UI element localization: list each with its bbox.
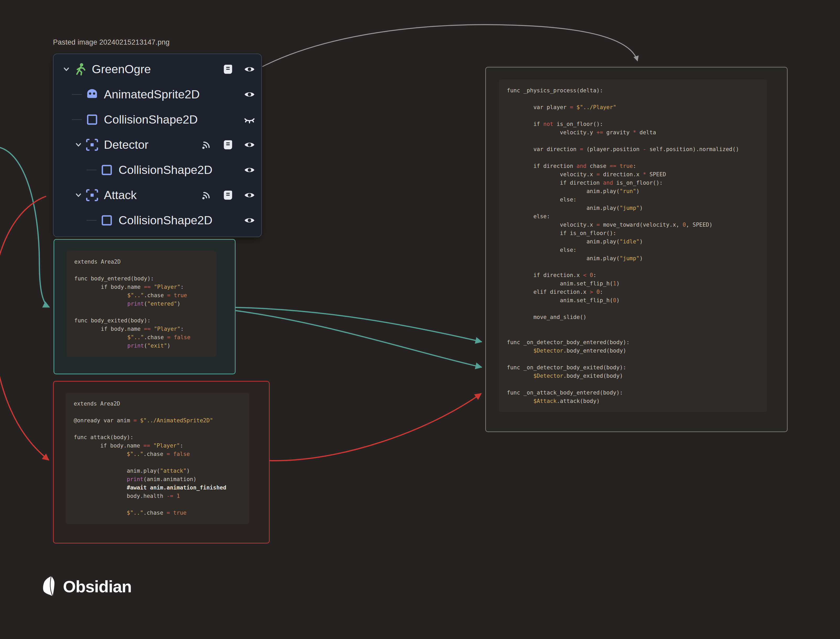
code-line: extends Area2D: [74, 258, 208, 266]
tree-guide-line: [72, 94, 85, 95]
visibility-eye-icon: [243, 214, 256, 226]
pasted-image-scene-tree[interactable]: GreenOgreAnimatedSprite2DCollisionShape2…: [53, 54, 262, 237]
physics-code-block: func _physics_process(delta): var player…: [499, 79, 767, 412]
node-label: CollisionShape2D: [119, 163, 213, 177]
code-line: anim.play("jump"): [507, 254, 759, 262]
code-line: [507, 321, 759, 330]
code-line: if direction.x < 0:: [507, 271, 759, 279]
edge-into-detector-card: [0, 147, 49, 307]
area-node-icon: [85, 188, 99, 202]
code-line: $"..".chase = false: [74, 333, 208, 342]
code-line: func _physics_process(delta):: [507, 86, 759, 95]
area-node-icon: [85, 138, 99, 152]
code-line: if is_on_floor():: [507, 229, 759, 237]
obsidian-wordmark: Obsidian: [63, 577, 132, 596]
code-line: if direction and is_on_floor():: [507, 179, 759, 187]
code-line: [74, 458, 241, 467]
scene-tree-rows: GreenOgreAnimatedSprite2DCollisionShape2…: [54, 57, 256, 233]
code-line: [74, 408, 241, 416]
code-line: anim.play("idle"): [507, 237, 759, 246]
scene-node-collisionshape2d: CollisionShape2D: [54, 107, 256, 132]
code-line: anim.play("attack"): [74, 467, 241, 475]
tree-guide-line: [87, 170, 100, 170]
code-line: [507, 95, 759, 103]
code-line: var player = $"../Player": [507, 103, 759, 111]
visibility-eye-icon: [243, 164, 256, 176]
code-line: velocity.x = move_toward(velocity.x, 0, …: [507, 221, 759, 229]
code-line: [74, 500, 241, 509]
code-line: print("exit"): [74, 342, 208, 350]
code-line: $Attack.attack(body): [507, 397, 759, 405]
shape-node-icon: [100, 163, 114, 177]
code-line: [507, 111, 759, 120]
code-line: var direction = (player.position - self.…: [507, 145, 759, 153]
script-icon: [222, 139, 234, 151]
edge-into-attack-card: [0, 196, 49, 460]
script-icon: [222, 63, 234, 75]
code-line: func _on_detector_body_exited(body):: [507, 363, 759, 372]
code-line: func _on_attack_body_entered(body):: [507, 388, 759, 397]
code-line: [507, 262, 759, 271]
edge-image-to-player-script: [262, 25, 638, 67]
code-line: anim.play("jump"): [507, 204, 759, 212]
detector-script-card[interactable]: extends Area2D func body_entered(body): …: [54, 239, 235, 374]
pasted-image-filename: Pasted image 20240215213147.png: [53, 38, 170, 46]
detector-code-block: extends Area2D func body_entered(body): …: [66, 251, 216, 357]
code-line: if not is_on_floor():: [507, 120, 759, 128]
code-line: [507, 305, 759, 313]
code-line: else:: [507, 246, 759, 254]
visibility-eye-icon: [243, 63, 256, 75]
obsidian-canvas[interactable]: { "pasted_image": { "label": "Pasted ima…: [0, 0, 840, 639]
code-line: [507, 380, 759, 388]
code-line: [74, 308, 208, 316]
code-line: [507, 137, 759, 145]
visibility-eye-icon: [243, 88, 256, 100]
code-line: extends Area2D: [74, 399, 241, 408]
code-line: else:: [507, 196, 759, 204]
scene-node-collisionshape2d: CollisionShape2D: [54, 157, 256, 183]
tree-guide-line: [72, 119, 85, 120]
attack-code-block: extends Area2D @onready var anim = $"../…: [66, 393, 249, 524]
code-line: elif direction.x > 0:: [507, 288, 759, 296]
node-label: AnimatedSprite2D: [104, 87, 200, 101]
sprite-node-icon: [85, 87, 99, 102]
code-line: print("entered"): [74, 300, 208, 308]
code-line: body.health -= 1: [74, 492, 241, 500]
code-line: @onready var anim = $"../AnimatedSprite2…: [74, 416, 241, 425]
code-line: [74, 266, 208, 274]
code-line: $Detector.body_entered(body): [507, 347, 759, 355]
code-line: print(anim.animation): [74, 475, 241, 483]
code-line: $"..".chase = false: [74, 450, 241, 458]
node-label: Detector: [104, 138, 148, 152]
code-line: if body.name == "Player":: [74, 442, 241, 450]
code-line: velocity.y += gravity * delta: [507, 128, 759, 137]
physics-script-card[interactable]: func _physics_process(delta): var player…: [485, 67, 788, 432]
code-line: else:: [507, 212, 759, 221]
code-line: func attack(body):: [74, 433, 241, 442]
code-line: [507, 330, 759, 338]
scene-node-greenogre: GreenOgre: [54, 57, 256, 82]
signal-icon: [200, 139, 213, 151]
attack-script-card[interactable]: extends Area2D @onready var anim = $"../…: [53, 381, 270, 544]
chevron-down-icon: [72, 189, 85, 201]
node-label: Attack: [104, 188, 137, 202]
code-line: if body.name == "Player":: [74, 283, 208, 291]
code-line: [507, 153, 759, 162]
node-label: GreenOgre: [92, 62, 151, 76]
script-icon: [222, 189, 234, 201]
code-line: if direction and chase == true:: [507, 162, 759, 170]
code-line: move_and_slide(): [507, 313, 759, 321]
node-label: CollisionShape2D: [119, 213, 213, 227]
code-line: anim.set_flip_h(1): [507, 279, 759, 288]
code-line: anim.play("run"): [507, 187, 759, 196]
signal-icon: [200, 189, 213, 201]
chevron-down-icon: [72, 139, 85, 151]
edge-detector-entered: [235, 307, 482, 342]
scene-node-attack: Attack: [54, 183, 256, 208]
shape-node-icon: [100, 213, 114, 227]
chevron-down-icon: [60, 64, 73, 75]
visibility-eye-icon: [243, 189, 256, 201]
code-line: anim.set_flip_h(0): [507, 296, 759, 305]
obsidian-logo-icon: [41, 576, 58, 597]
code-line: $Detector.body_exited(body): [507, 372, 759, 380]
